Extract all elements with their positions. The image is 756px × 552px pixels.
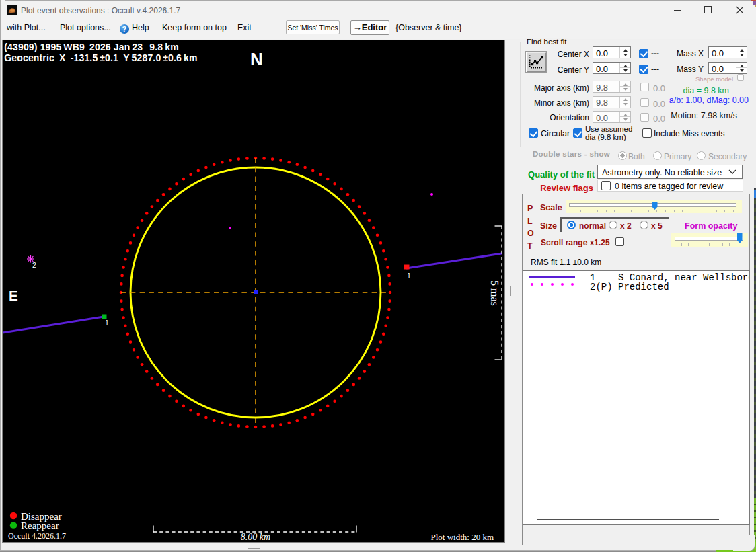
svg-text:8.00 km: 8.00 km <box>241 532 270 542</box>
svg-text:Plot width: 20 km: Plot width: 20 km <box>430 532 494 542</box>
svg-text:Reappear: Reappear <box>21 520 59 531</box>
svg-text:(43909) 1995 WB9 2026 Jan 23: (43909) 1995 WB9 2026 Jan 23 9.8 km <box>4 42 178 52</box>
svg-text:5 mas: 5 mas <box>489 280 500 306</box>
svg-text:Geocentric X -131.5 ±0.1 Y 528: Geocentric X -131.5 ±0.1 Y 5287.0 ±0.6 k… <box>4 52 197 63</box>
svg-text:E: E <box>9 288 18 303</box>
svg-text:2: 2 <box>32 261 36 269</box>
svg-text:1: 1 <box>407 272 411 280</box>
svg-text:Occult 4.2026.1.7: Occult 4.2026.1.7 <box>8 531 66 541</box>
svg-text:N: N <box>250 49 263 69</box>
svg-text:1: 1 <box>105 319 109 327</box>
